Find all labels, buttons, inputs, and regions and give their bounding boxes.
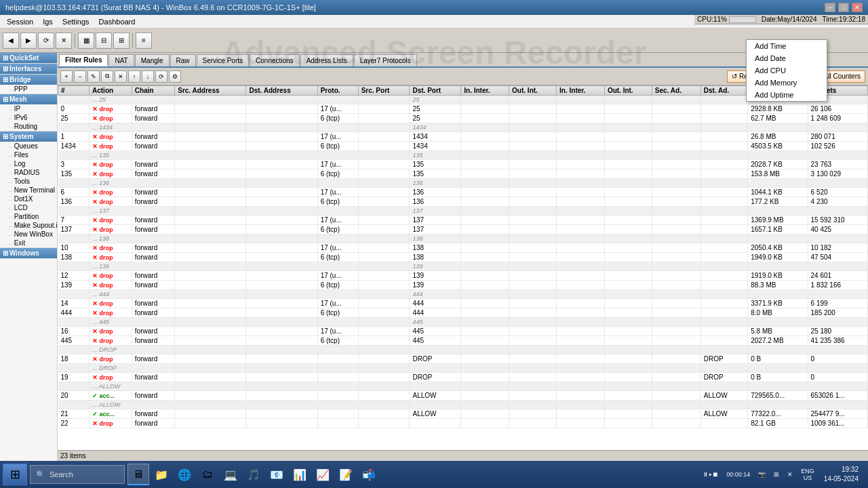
- sidebar-item-ipv6[interactable]: ...IPv6: [0, 113, 57, 122]
- tab-address-lists[interactable]: Address Lists: [300, 54, 353, 66]
- taskbar-app-winbox[interactable]: 🖥: [127, 464, 149, 485]
- table-row[interactable]: ... 444 444: [58, 290, 868, 299]
- taskbar-app-media[interactable]: 🎵: [243, 464, 264, 485]
- sidebar-item-log[interactable]: ...Log: [0, 159, 57, 168]
- tab-service-ports[interactable]: Service Ports: [197, 54, 249, 66]
- table-row[interactable]: ... 1434 1434: [58, 123, 868, 132]
- taskbar-expand-icon[interactable]: ⊞: [771, 471, 782, 478]
- tab-nat[interactable]: NAT: [108, 54, 134, 66]
- dropdown-add-cpu[interactable]: Add CPU: [747, 64, 827, 77]
- toolbar-fwd[interactable]: ▶: [20, 33, 37, 49]
- table-container[interactable]: # Action Chain Src. Address Dst. Address…: [58, 85, 868, 450]
- taskbar-app-outlook[interactable]: 📬: [358, 464, 380, 485]
- toolbar-close[interactable]: ✕: [56, 33, 72, 49]
- table-row[interactable]: ... ALLOW: [58, 401, 868, 409]
- table-row[interactable]: 135 ✕ drop forward 6 (tcp) 135 153.8 MB …: [58, 169, 868, 179]
- col-num[interactable]: #: [58, 86, 90, 96]
- copy-rule-button[interactable]: ⧉: [101, 70, 113, 83]
- taskbar-app-mail[interactable]: 📧: [266, 464, 288, 485]
- menu-session[interactable]: Session: [3, 17, 37, 26]
- sidebar-item-ip[interactable]: ...IP: [0, 104, 57, 113]
- table-row[interactable]: ... DROP: [58, 346, 868, 354]
- sidebar-header-mesh[interactable]: ⊞Mesh: [0, 94, 57, 104]
- table-row[interactable]: 20 ✓ acc... forward ALLOW ALLOW 729565.0…: [58, 391, 868, 401]
- table-row[interactable]: 10 ✕ drop forward 17 (u... 138 2050.4 KB…: [58, 243, 868, 253]
- delete-rule-button[interactable]: ✕: [115, 70, 127, 83]
- start-button[interactable]: ⊞: [3, 464, 27, 485]
- table-row[interactable]: ... 136 136: [58, 179, 868, 188]
- taskbar-camera[interactable]: 📷: [755, 471, 768, 478]
- sidebar-item-new-terminal[interactable]: ...New Terminal: [0, 186, 57, 195]
- sidebar-item-exit[interactable]: ...Exit: [0, 239, 57, 247]
- sidebar-header-interfaces[interactable]: ⊞Interfaces: [0, 64, 57, 74]
- col-in-inter[interactable]: In. Inter.: [461, 86, 509, 96]
- table-row[interactable]: 137 ✕ drop forward 6 (tcp) 137 1657.1 KB…: [58, 225, 868, 235]
- col-in-inter2[interactable]: In. Inter.: [557, 86, 605, 96]
- remove-rule-button[interactable]: −: [74, 70, 86, 83]
- col-action[interactable]: Action: [89, 86, 132, 96]
- table-row[interactable]: 136 ✕ drop forward 6 (tcp) 136 177.2 KB …: [58, 197, 868, 207]
- taskbar-app-terminal[interactable]: 💻: [220, 464, 241, 485]
- toolbar-menu[interactable]: ≡: [136, 33, 152, 49]
- table-row[interactable]: ... ALLOW: [58, 382, 868, 391]
- table-row[interactable]: ... 135 135: [58, 151, 868, 160]
- menu-dashboard[interactable]: Dashboard: [95, 17, 140, 26]
- table-row[interactable]: ... DROP: [58, 364, 868, 373]
- taskbar-search[interactable]: 🔍 Search: [30, 465, 125, 484]
- toolbar-tile[interactable]: ▦: [78, 33, 94, 49]
- taskbar-app-files[interactable]: 🗂: [197, 464, 218, 485]
- reload-button[interactable]: ⟳: [155, 70, 167, 83]
- col-src-address[interactable]: Src. Address: [175, 86, 246, 96]
- col-src-port[interactable]: Src. Port: [358, 86, 410, 96]
- toolbar-back[interactable]: ◀: [3, 33, 19, 49]
- taskbar-recorder[interactable]: ⏸▶⏹: [700, 471, 721, 478]
- table-row[interactable]: 21 ✓ acc... forward ALLOW ALLOW 77322.0.…: [58, 409, 868, 419]
- table-row[interactable]: ... 445 445: [58, 318, 868, 327]
- sidebar-item-queues[interactable]: ...Queues: [0, 142, 57, 150]
- taskbar-app-excel[interactable]: 📊: [289, 464, 311, 485]
- sidebar-header-quickset[interactable]: ⊞QuickSet: [0, 53, 57, 63]
- table-row[interactable]: 25 ✕ drop forward 6 (tcp) 25 62.7 MB 1 2…: [58, 114, 868, 123]
- table-row[interactable]: 444 ✕ drop forward 6 (tcp) 444 8.0 MB 18…: [58, 308, 868, 318]
- sidebar-header-bridge[interactable]: ⊞Bridge: [0, 75, 57, 85]
- sidebar-item-radius[interactable]: ...RADIUS: [0, 168, 57, 177]
- col-chain[interactable]: Chain: [132, 86, 174, 96]
- table-row[interactable]: 0 ✕ drop forward 17 (u... 25 2928.8 KB 2…: [58, 104, 868, 114]
- table-row[interactable]: 12 ✕ drop forward 17 (u... 139 1919.0 KB…: [58, 271, 868, 281]
- taskbar-app-explorer[interactable]: 📁: [151, 464, 172, 485]
- sidebar-item-new-winbox[interactable]: ...New WinBox: [0, 230, 57, 239]
- toolbar-refresh[interactable]: ⟳: [38, 33, 54, 49]
- toolbar-expand[interactable]: ⊞: [113, 33, 130, 49]
- table-row[interactable]: 6 ✕ drop forward 17 (u... 136 1044.1 KB …: [58, 188, 868, 197]
- taskbar-clock[interactable]: 19:32 14-05-2024: [820, 465, 863, 484]
- restore-button[interactable]: □: [838, 3, 849, 12]
- table-row[interactable]: 139 ✕ drop forward 6 (tcp) 139 88.3 MB 1…: [58, 281, 868, 290]
- menu-settings[interactable]: Settings: [58, 17, 94, 26]
- sidebar-item-lcd[interactable]: ...LCD: [0, 203, 57, 212]
- dropdown-add-uptime[interactable]: Add Uptime: [747, 89, 827, 101]
- move-up-button[interactable]: ↑: [128, 70, 140, 83]
- table-row[interactable]: ... 137 137: [58, 207, 868, 216]
- col-out-int2[interactable]: Out. Int.: [604, 86, 652, 96]
- tab-mangle[interactable]: Mangle: [135, 54, 170, 66]
- tab-layer7[interactable]: Layer7 Protocols: [354, 54, 417, 66]
- table-row[interactable]: 445 ✕ drop forward 6 (tcp) 445 2027.2 MB…: [58, 336, 868, 346]
- close-button[interactable]: ✕: [852, 3, 863, 12]
- table-row[interactable]: 19 ✕ drop forward DROP DROP 0 B 0: [58, 373, 868, 382]
- minimize-button[interactable]: ─: [825, 3, 835, 12]
- move-down-button[interactable]: ↓: [142, 70, 154, 83]
- col-out-int[interactable]: Out. Int.: [509, 86, 557, 96]
- sidebar-item-partition[interactable]: ...Partition: [0, 212, 57, 221]
- col-dst-address[interactable]: Dst. Address: [246, 86, 317, 96]
- settings-button[interactable]: ⚙: [169, 70, 181, 83]
- col-dst-ad[interactable]: Dst. Ad.: [701, 86, 747, 96]
- sidebar-item-make-supout[interactable]: ...Make Supout.if: [0, 221, 57, 230]
- edit-rule-button[interactable]: ✎: [87, 70, 100, 83]
- add-rule-button[interactable]: +: [60, 70, 73, 83]
- sidebar-item-ppp[interactable]: ...PPP: [0, 85, 57, 94]
- taskbar-app-ppt[interactable]: 📈: [312, 464, 334, 485]
- table-row[interactable]: ... 139 139: [58, 262, 868, 271]
- sidebar-item-tools[interactable]: ...Tools: [0, 177, 57, 186]
- menu-igs[interactable]: Igs: [39, 17, 57, 26]
- table-row[interactable]: 138 ✕ drop forward 6 (tcp) 138 1949.0 KB…: [58, 253, 868, 262]
